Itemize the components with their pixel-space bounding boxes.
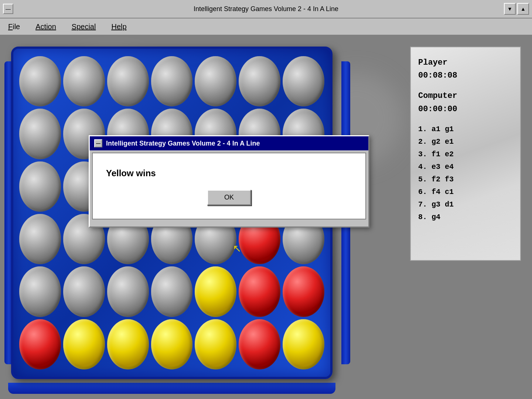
menu-special[interactable]: Special — [69, 21, 98, 33]
modal-dialog: — Intelligent Strategy Games Volume 2 - … — [89, 135, 369, 228]
move-entry: 8. g4 — [418, 211, 513, 224]
maximize-button[interactable]: ▲ — [517, 3, 529, 15]
modal-title: Intelligent Strategy Games Volume 2 - 4 … — [106, 140, 260, 147]
board-cell-5-1[interactable] — [63, 319, 105, 369]
system-menu-button[interactable]: — — [3, 4, 13, 14]
maximize-icon: ▲ — [521, 6, 526, 12]
menu-action[interactable]: Action — [33, 21, 58, 33]
board-cell-4-1[interactable] — [63, 266, 105, 317]
system-menu-icon: — — [6, 6, 11, 12]
modal-sys-button[interactable]: — — [94, 139, 102, 147]
board-cell-2-0[interactable] — [19, 161, 61, 212]
board-cell-0-2[interactable] — [107, 56, 149, 106]
move-entry: 5. f2 f3 — [418, 173, 513, 186]
board-cell-5-4[interactable] — [195, 319, 236, 369]
move-entry: 7. g3 d1 — [418, 198, 513, 211]
board-cell-0-0[interactable] — [19, 56, 61, 106]
modal-body: Yellow wins OK — [92, 153, 366, 219]
title-bar-controls: ▼ ▲ — [504, 3, 529, 15]
move-history: 1. a1 g12. g2 e13. f1 e24. e3 e45. f2 f3… — [418, 123, 513, 224]
main-content: Player 00:08:08 Computer 00:00:00 1. a1 … — [0, 35, 532, 399]
board-cell-0-1[interactable] — [63, 56, 105, 106]
modal-title-bar: — Intelligent Strategy Games Volume 2 - … — [90, 136, 368, 150]
board-cell-5-2[interactable] — [107, 319, 149, 369]
player-label: Player — [418, 56, 513, 69]
move-entry: 2. g2 e1 — [418, 136, 513, 148]
computer-stats: Computer 00:00:00 — [418, 89, 513, 115]
side-panel: Player 00:08:08 Computer 00:00:00 1. a1 … — [410, 47, 521, 261]
board-cell-5-0[interactable] — [19, 319, 61, 369]
move-entry: 6. f4 c1 — [418, 186, 513, 198]
menu-bar: File Action Special Help — [0, 18, 532, 35]
board-cell-1-0[interactable] — [19, 109, 61, 159]
computer-time: 00:00:00 — [418, 103, 513, 116]
title-bar: — Intelligent Strategy Games Volume 2 - … — [0, 0, 532, 18]
board-cell-4-0[interactable] — [19, 266, 61, 317]
board-cell-4-5[interactable] — [239, 266, 280, 317]
player-stats: Player 00:08:08 — [418, 56, 513, 82]
board-cell-5-5[interactable] — [239, 319, 280, 369]
board-cell-4-3[interactable] — [151, 266, 193, 317]
move-entry: 3. f1 e2 — [418, 148, 513, 161]
minimize-button[interactable]: ▼ — [504, 3, 516, 15]
board-cell-0-4[interactable] — [195, 56, 236, 106]
modal-message: Yellow wins — [106, 168, 156, 178]
computer-label: Computer — [418, 89, 513, 102]
board-cell-5-6[interactable] — [283, 319, 324, 369]
title-bar-left: — — [3, 4, 13, 14]
move-entry: 1. a1 g1 — [418, 123, 513, 136]
player-time: 00:08:08 — [418, 69, 513, 82]
board-cell-0-6[interactable] — [283, 56, 324, 106]
board-cell-0-5[interactable] — [239, 56, 280, 106]
window-title: Intelligent Strategy Games Volume 2 - 4 … — [194, 5, 338, 13]
ok-button[interactable]: OK — [207, 190, 251, 205]
minimize-icon: ▼ — [507, 6, 512, 12]
board-cell-3-0[interactable] — [19, 214, 61, 264]
board-cell-4-2[interactable] — [107, 266, 149, 317]
board-bottom — [8, 383, 335, 394]
menu-help[interactable]: Help — [109, 21, 129, 33]
board-cell-4-4[interactable] — [195, 266, 236, 317]
board-cell-0-3[interactable] — [151, 56, 193, 106]
board-cell-4-6[interactable] — [283, 266, 324, 317]
board-cell-5-3[interactable] — [151, 319, 193, 369]
move-entry: 4. e3 e4 — [418, 161, 513, 173]
menu-file[interactable]: File — [6, 21, 22, 33]
